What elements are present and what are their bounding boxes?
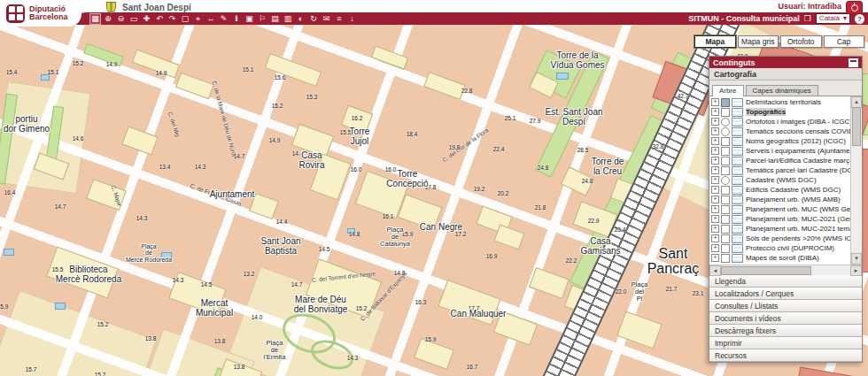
legend-icon[interactable]: ▥: [283, 14, 293, 24]
expand-icon[interactable]: +: [711, 166, 719, 174]
help-button[interactable]: ?: [855, 14, 864, 24]
layer-label[interactable]: Noms geogràfics (2012) (ICGC): [746, 137, 846, 145]
zoom-in-icon[interactable]: ⊕: [104, 14, 113, 24]
expand-icon[interactable]: +: [711, 225, 719, 233]
refresh-icon[interactable]: ↻: [309, 14, 319, 24]
layer-checkbox[interactable]: [721, 157, 730, 165]
accordion-desc-rrega-fitxers[interactable]: Descàrrega fitxers: [709, 325, 862, 337]
accordion-documents-i-v-deos[interactable]: Documents i vídeos: [709, 312, 862, 325]
layer-label[interactable]: Topogràfics: [746, 108, 786, 116]
draw-icon[interactable]: ✎: [219, 14, 229, 24]
expand-icon[interactable]: +: [711, 127, 719, 135]
zoom-out-icon[interactable]: ⊖: [116, 14, 126, 24]
expand-icon[interactable]: +: [711, 98, 719, 106]
layer-checkbox[interactable]: [721, 215, 730, 224]
mail-icon[interactable]: ✉: [322, 14, 331, 24]
logout-button[interactable]: [846, 1, 863, 14]
layer-checkbox[interactable]: [721, 196, 730, 204]
language-select[interactable]: Català ▾: [816, 13, 850, 24]
expand-icon[interactable]: +: [711, 147, 719, 155]
layer-radio[interactable]: [721, 176, 730, 185]
section-cartografia[interactable]: Cartografia: [709, 68, 862, 81]
expand-icon[interactable]: +: [711, 196, 719, 203]
layer-checkbox[interactable]: [721, 137, 730, 146]
expand-icon[interactable]: +: [711, 244, 719, 252]
layers-icon[interactable]: ▦: [90, 14, 100, 24]
tab-arbre[interactable]: Arbre: [712, 85, 744, 96]
layer-checkbox[interactable]: [721, 186, 730, 195]
minimize-button[interactable]: [849, 58, 858, 67]
transparency-icon[interactable]: ◐: [296, 14, 306, 24]
expand-icon[interactable]: +: [711, 215, 719, 223]
previous-extent-icon[interactable]: ↶: [155, 14, 165, 24]
flag-icon[interactable]: ⚐: [258, 14, 267, 24]
layer-label[interactable]: Planejament urb. (WMS AMB): [746, 196, 841, 203]
layer-label[interactable]: Delimitacions territorials: [746, 98, 821, 106]
expand-icon[interactable]: +: [711, 254, 719, 262]
vertical-scrollbar[interactable]: ▲ ▼: [850, 96, 862, 265]
attribute-table-icon[interactable]: ▤: [270, 14, 280, 24]
next-extent-icon[interactable]: ↷: [167, 14, 177, 24]
scroll-down-arrow[interactable]: ▼: [851, 253, 862, 265]
layer-radio[interactable]: [721, 127, 730, 136]
horizontal-scroll-thumb[interactable]: [721, 266, 811, 275]
layer-checkbox-checked[interactable]: [721, 98, 730, 107]
info-icon[interactable]: ℹ: [232, 14, 242, 24]
zoom-window-icon[interactable]: ▭: [129, 14, 139, 24]
select-area-icon[interactable]: ▣: [244, 14, 254, 24]
manual-icon[interactable]: ❐: [804, 14, 811, 23]
basemap-button-ortofoto[interactable]: Ortofoto: [780, 35, 822, 48]
expand-icon[interactable]: +: [711, 108, 719, 116]
vertical-scroll-thumb[interactable]: [852, 107, 861, 146]
place-label: Torre de la Creu: [592, 157, 624, 176]
basemap-button-mapa[interactable]: Mapa: [694, 35, 736, 48]
accordion-recursos[interactable]: Recursos: [709, 349, 862, 362]
layer-label[interactable]: Planejament urb. MUC-2021 (Gencat): [746, 215, 851, 223]
center-point-icon[interactable]: ⌖: [193, 14, 203, 24]
layer-label[interactable]: Temàtics seccions censals COVID-19 (DIBA…: [746, 127, 851, 135]
accordion-llegenda[interactable]: Llegenda: [709, 275, 862, 288]
scroll-left-arrow[interactable]: ◄: [709, 265, 721, 276]
expand-icon[interactable]: +: [711, 176, 719, 184]
expand-icon[interactable]: +: [711, 137, 719, 145]
layer-label[interactable]: Parcel·lari/Edifica Cadastre març-2022 (…: [746, 157, 851, 165]
expand-icon[interactable]: +: [711, 118, 719, 126]
layer-checkbox[interactable]: [721, 225, 730, 234]
accordion-imprimir[interactable]: Imprimir: [709, 337, 862, 349]
layer-label[interactable]: Ortofotos i imatges (DIBA - ICGC): [746, 118, 851, 126]
expand-icon[interactable]: +: [711, 205, 719, 213]
place-label: Ajuntament: [210, 190, 255, 200]
tab-capes-dinamiques[interactable]: Capes dinàmiques: [746, 85, 818, 96]
menu-icon[interactable]: ≡: [335, 14, 345, 24]
layer-checkbox[interactable]: [721, 147, 730, 156]
layer-checkbox[interactable]: [721, 108, 730, 117]
layer-radio[interactable]: [721, 118, 730, 127]
expand-icon[interactable]: +: [711, 234, 719, 242]
accordion-consultes-llistats[interactable]: Consultes / Llistats: [709, 300, 862, 312]
layer-label[interactable]: Cadastre (WMS DGC): [746, 176, 817, 184]
layer-label[interactable]: Temàtics parcel·lari Cadastre (DGC): [746, 166, 851, 174]
layer-label[interactable]: Mapes de soroll (DIBA): [746, 254, 819, 262]
layer-label[interactable]: Protecció civil (DUPROCIM): [746, 244, 834, 252]
layer-label[interactable]: Sòls de pendents >20% (WMS ICGC): [746, 234, 851, 242]
expand-icon[interactable]: +: [711, 157, 719, 165]
layer-checkbox[interactable]: [721, 205, 730, 214]
download-icon[interactable]: ↓: [347, 14, 357, 24]
pan-icon[interactable]: ✚: [142, 14, 151, 24]
layer-checkbox[interactable]: [721, 234, 730, 243]
layer-label[interactable]: Planejament urb. MUC (WMS Gencat): [746, 205, 851, 213]
accordion-localitzadors-cerques[interactable]: Localitzadors / Cerques: [709, 288, 862, 300]
layer-label[interactable]: Planejament urb. MUC-2021 temàtics (Genc…: [746, 225, 851, 233]
basemap-button-cap[interactable]: Cap: [824, 35, 865, 48]
full-extent-icon[interactable]: ▢: [181, 14, 190, 24]
layer-checkbox[interactable]: [721, 166, 730, 175]
measure-icon[interactable]: ↔: [206, 14, 216, 24]
layer-label[interactable]: Edificis Cadastre (WMS DGC): [746, 186, 841, 194]
horizontal-scrollbar[interactable]: ◄ ►: [709, 265, 862, 275]
layer-label[interactable]: Serveis i equipaments (Ajuntament): [746, 147, 851, 155]
basemap-button-mapa-gris[interactable]: Mapa gris: [738, 35, 779, 48]
layer-checkbox[interactable]: [721, 244, 730, 253]
expand-icon[interactable]: +: [711, 186, 719, 194]
layer-checkbox[interactable]: [721, 254, 730, 263]
scroll-right-arrow[interactable]: ►: [850, 265, 862, 276]
